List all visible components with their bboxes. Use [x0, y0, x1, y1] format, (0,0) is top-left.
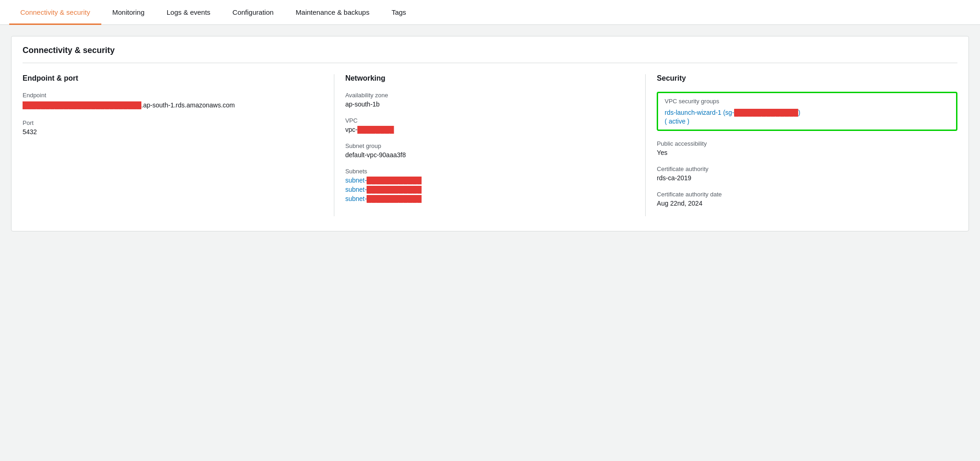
- tab-maintenance[interactable]: Maintenance & backups: [285, 0, 380, 25]
- subnet-group-label: Subnet group: [345, 142, 635, 149]
- port-value: 5432: [23, 128, 323, 136]
- subnet-prefix-1: subnet-: [345, 177, 367, 184]
- tab-configuration[interactable]: Configuration: [222, 0, 285, 25]
- subnet-redacted-1: ████████████: [367, 177, 421, 184]
- subnet-link-2[interactable]: subnet-████████████: [345, 186, 422, 193]
- availability-zone-label: Availability zone: [345, 92, 635, 99]
- subnet-prefix-2: subnet-: [345, 186, 367, 193]
- vpc-redacted: ████████: [357, 126, 394, 133]
- public-accessibility-label: Public accessibility: [657, 140, 957, 147]
- security-column-title: Security: [657, 74, 957, 83]
- list-item: subnet-████████████: [345, 177, 635, 184]
- sg-link-redacted: ██████████████: [734, 109, 798, 116]
- vpc-security-group-link[interactable]: rds-launch-wizard-1 (sg-██████████████): [665, 109, 800, 116]
- endpoint-suffix: .ap-south-1.rds.amazonaws.com: [141, 101, 235, 109]
- subnets-field-group: Subnets subnet-████████████ subnet-█████…: [345, 168, 635, 202]
- subnet-redacted-2: ████████████: [367, 186, 421, 193]
- public-accessibility-value: Yes: [657, 149, 957, 156]
- certificate-authority-date-field-group: Certificate authority date Aug 22nd, 202…: [657, 191, 957, 207]
- vpc-link[interactable]: vpc-████████: [345, 126, 394, 133]
- certificate-authority-date-value: Aug 22nd, 2024: [657, 200, 957, 207]
- endpoint-port-column-title: Endpoint & port: [23, 74, 323, 83]
- certificate-authority-field-group: Certificate authority rds-ca-2019: [657, 165, 957, 182]
- sg-link-close: ): [798, 109, 800, 116]
- section-title: Connectivity & security: [23, 46, 957, 63]
- vpc-security-group-status: ( active ): [665, 118, 950, 125]
- list-item: subnet-████████████: [345, 186, 635, 193]
- tab-tags[interactable]: Tags: [380, 0, 417, 25]
- networking-column-title: Networking: [345, 74, 635, 83]
- security-column: Security VPC security groups rds-launch-…: [646, 74, 957, 216]
- subnet-list: subnet-████████████ subnet-████████████ …: [345, 177, 635, 202]
- certificate-authority-date-label: Certificate authority date: [657, 191, 957, 198]
- port-label: Port: [23, 119, 323, 126]
- vpc-value[interactable]: vpc-████████: [345, 126, 635, 133]
- subnet-redacted-3: ████████████: [367, 195, 421, 202]
- vpc-prefix: vpc-: [345, 126, 357, 133]
- tab-logs[interactable]: Logs & events: [156, 0, 222, 25]
- availability-zone-field-group: Availability zone ap-south-1b: [345, 92, 635, 108]
- subnet-group-field-group: Subnet group default-vpc-90aaa3f8: [345, 142, 635, 159]
- vpc-field-group: VPC vpc-████████: [345, 117, 635, 133]
- list-item: subnet-████████████: [345, 195, 635, 202]
- sg-link-text: rds-launch-wizard-1 (sg-: [665, 109, 734, 116]
- endpoint-label: Endpoint: [23, 92, 323, 99]
- section-card: Connectivity & security Endpoint & port …: [11, 36, 969, 231]
- tab-monitoring[interactable]: Monitoring: [101, 0, 156, 25]
- endpoint-port-column: Endpoint & port Endpoint ███████████████…: [23, 74, 334, 216]
- vpc-label: VPC: [345, 117, 635, 124]
- content-area: Connectivity & security Endpoint & port …: [0, 25, 980, 242]
- port-field-group: Port 5432: [23, 119, 323, 136]
- networking-column: Networking Availability zone ap-south-1b…: [334, 74, 646, 216]
- vpc-security-group-label: VPC security groups: [665, 98, 950, 105]
- vpc-security-group-value: rds-launch-wizard-1 (sg-██████████████) …: [665, 107, 950, 125]
- tab-bar: Connectivity & security Monitoring Logs …: [0, 0, 980, 25]
- endpoint-redacted: ██████████████████████████: [23, 101, 141, 109]
- tab-connectivity[interactable]: Connectivity & security: [9, 0, 101, 25]
- endpoint-value: ██████████████████████████.ap-south-1.rd…: [23, 100, 323, 110]
- subnet-prefix-3: subnet-: [345, 195, 367, 202]
- availability-zone-value: ap-south-1b: [345, 100, 635, 108]
- columns-grid: Endpoint & port Endpoint ███████████████…: [23, 74, 957, 216]
- certificate-authority-label: Certificate authority: [657, 165, 957, 172]
- subnet-link-3[interactable]: subnet-████████████: [345, 195, 422, 202]
- certificate-authority-value: rds-ca-2019: [657, 174, 957, 182]
- subnet-group-value: default-vpc-90aaa3f8: [345, 151, 635, 159]
- subnet-link-1[interactable]: subnet-████████████: [345, 177, 422, 184]
- public-accessibility-field-group: Public accessibility Yes: [657, 140, 957, 156]
- endpoint-field-group: Endpoint ██████████████████████████.ap-s…: [23, 92, 323, 110]
- subnets-label: Subnets: [345, 168, 635, 175]
- vpc-security-group-box: VPC security groups rds-launch-wizard-1 …: [657, 92, 957, 131]
